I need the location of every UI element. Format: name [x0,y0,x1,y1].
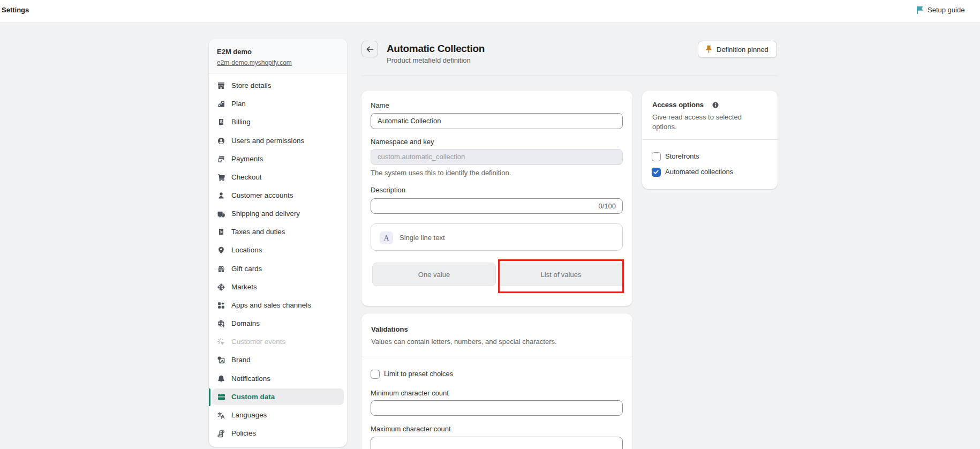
svg-text:$: $ [220,119,223,124]
